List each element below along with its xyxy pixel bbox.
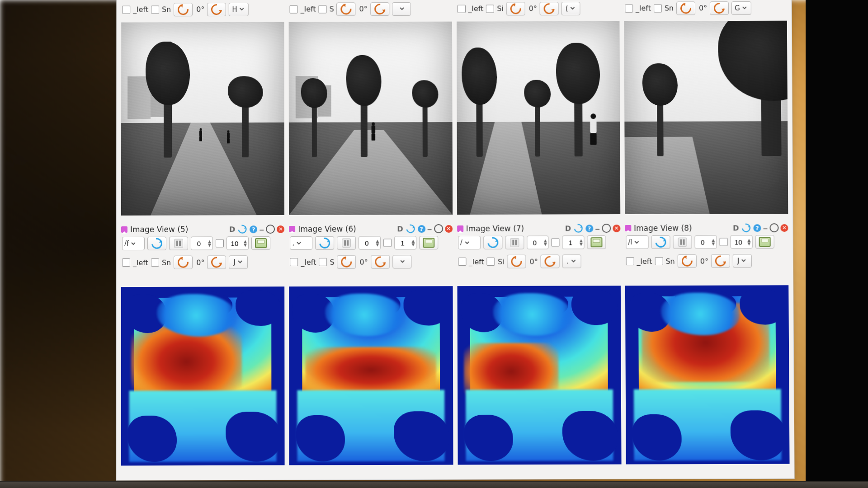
upper-3-smooth-checkbox[interactable] xyxy=(486,5,494,13)
minimize-icon[interactable]: – xyxy=(595,223,600,234)
panel-8-spin-b-value[interactable] xyxy=(731,238,746,246)
panel-8-save-button[interactable] xyxy=(755,235,774,249)
minimize-icon[interactable]: – xyxy=(763,222,768,234)
panel-8-rotate-ccw-button[interactable] xyxy=(678,254,697,268)
reload-icon[interactable] xyxy=(572,222,585,235)
minimize-icon[interactable]: – xyxy=(427,223,432,235)
upper-2-smooth-checkbox[interactable] xyxy=(319,5,327,13)
panel-8-dyn-checkbox[interactable] xyxy=(719,238,727,246)
upper-3-left-checkbox[interactable] xyxy=(457,5,465,13)
panel-6-spin-a-value[interactable] xyxy=(359,239,374,247)
panel-6-topic-select[interactable]: , xyxy=(290,236,312,250)
panel-7-rotate-ccw-button[interactable] xyxy=(507,255,526,268)
upper-2-left-checkbox[interactable] xyxy=(290,5,298,13)
panel-7-spin-b-value[interactable] xyxy=(563,238,578,247)
panel-8-pause-button[interactable] xyxy=(673,235,692,249)
upper-4-mode-select[interactable]: G xyxy=(731,1,751,15)
upper-3-mode-select[interactable]: ( xyxy=(561,2,580,15)
panel-5-pause-button[interactable] xyxy=(169,237,188,250)
help-icon[interactable]: ? xyxy=(585,225,593,232)
panel-7-dyn-checkbox[interactable] xyxy=(552,238,560,246)
panel-7-spin-b[interactable]: ▲▼ xyxy=(562,235,585,249)
panel-8-refresh-button[interactable] xyxy=(651,235,670,249)
panel-7-spin-a[interactable]: ▲▼ xyxy=(527,235,549,249)
reload-icon[interactable] xyxy=(404,223,416,235)
upper-4-rotate-ccw-button[interactable] xyxy=(676,1,695,15)
panel-7-left-checkbox[interactable] xyxy=(458,258,466,266)
panel-5-spin-a-value[interactable] xyxy=(191,239,207,248)
close-icon[interactable]: ✕ xyxy=(445,225,453,233)
minimize-icon[interactable]: – xyxy=(259,224,264,235)
panel-5-refresh-button[interactable] xyxy=(147,237,166,250)
maximize-icon[interactable] xyxy=(602,224,611,233)
reload-icon[interactable] xyxy=(740,222,752,234)
panel-6-spin-b-value[interactable] xyxy=(395,239,410,247)
panel-6-mode-select[interactable] xyxy=(392,255,411,268)
panel-7-smooth-checkbox[interactable] xyxy=(487,258,495,266)
upper-2-rotate-cw-button[interactable] xyxy=(370,2,389,16)
panel-8-left-checkbox[interactable] xyxy=(626,257,634,265)
maximize-icon[interactable] xyxy=(769,223,778,232)
upper-1-rotate-cw-button[interactable] xyxy=(207,3,226,16)
panel-7-save-button[interactable] xyxy=(587,235,606,249)
maximize-icon[interactable] xyxy=(266,225,275,234)
panel-5-spin-b-value[interactable] xyxy=(227,239,242,248)
panel-5-mode-select[interactable]: J xyxy=(229,255,248,269)
maximize-icon[interactable] xyxy=(434,224,443,233)
dock-icon[interactable]: D xyxy=(565,224,571,233)
help-icon[interactable]: ? xyxy=(250,225,257,233)
panel-8-spin-a-value[interactable] xyxy=(695,238,710,246)
panel-7-rotate-cw-button[interactable] xyxy=(541,254,560,268)
dock-icon[interactable]: D xyxy=(229,225,235,234)
panel-7-pause-button[interactable] xyxy=(505,236,524,249)
panel-5-dyn-checkbox[interactable] xyxy=(216,239,224,247)
panel-5-rotate-ccw-button[interactable] xyxy=(174,256,193,269)
help-icon[interactable]: ? xyxy=(753,224,761,232)
panel-5-spin-b[interactable]: ▲▼ xyxy=(226,236,249,250)
panel-5-save-button[interactable] xyxy=(251,236,270,250)
upper-4-left-checkbox[interactable] xyxy=(625,4,633,12)
panel-6-pause-button[interactable] xyxy=(337,236,356,250)
panel-5-rotate-cw-button[interactable] xyxy=(207,255,226,269)
panel-6-left-checkbox[interactable] xyxy=(290,258,298,266)
panel-8-topic-select[interactable]: /l xyxy=(626,235,648,249)
panel-5-spin-a[interactable]: ▲▼ xyxy=(191,236,213,250)
panel-6-dyn-checkbox[interactable] xyxy=(383,239,392,247)
panel-6-smooth-checkbox[interactable] xyxy=(319,258,327,266)
upper-2-mode-select[interactable] xyxy=(392,2,411,16)
panel-7-spin-a-value[interactable] xyxy=(527,238,542,247)
panel-5-smooth-checkbox[interactable] xyxy=(151,258,159,267)
panel-6-refresh-button[interactable] xyxy=(315,236,334,250)
panel-6-rotate-ccw-button[interactable] xyxy=(337,255,356,269)
upper-3-rotate-ccw-button[interactable] xyxy=(506,2,525,15)
panel-8-spin-b[interactable]: ▲▼ xyxy=(730,235,752,249)
panel-8-smooth-checkbox[interactable] xyxy=(655,257,663,265)
panel-7-topic-select[interactable]: / xyxy=(458,236,481,249)
dock-icon[interactable]: D xyxy=(733,224,739,232)
close-icon[interactable]: ✕ xyxy=(277,225,284,233)
panel-6-save-button[interactable] xyxy=(419,236,438,249)
panel-8-rotate-cw-button[interactable] xyxy=(711,254,730,267)
panel-6-spin-a[interactable]: ▲▼ xyxy=(359,236,381,249)
help-icon[interactable]: ? xyxy=(418,225,425,233)
panel-8-mode-select[interactable]: J xyxy=(733,254,752,267)
upper-1-left-checkbox[interactable] xyxy=(122,5,130,14)
upper-2-rotate-ccw-button[interactable] xyxy=(337,2,356,16)
close-icon[interactable]: ✕ xyxy=(613,225,620,232)
panel-6-spin-b[interactable]: ▲▼ xyxy=(394,236,416,249)
upper-4-rotate-cw-button[interactable] xyxy=(710,1,729,15)
close-icon[interactable]: ✕ xyxy=(780,224,788,232)
panel-6-rotate-cw-button[interactable] xyxy=(371,255,390,268)
upper-4-smooth-checkbox[interactable] xyxy=(654,4,662,12)
panel-5-left-checkbox[interactable] xyxy=(122,258,130,267)
dock-icon[interactable]: D xyxy=(397,225,403,233)
reload-icon[interactable] xyxy=(236,223,249,235)
panel-5-topic-select[interactable]: /f xyxy=(122,237,145,250)
panel-7-mode-select[interactable]: . xyxy=(562,254,581,268)
upper-1-smooth-checkbox[interactable] xyxy=(151,5,159,14)
panel-7-refresh-button[interactable] xyxy=(483,236,502,249)
upper-3-rotate-cw-button[interactable] xyxy=(540,2,559,15)
upper-1-mode-select[interactable]: H xyxy=(229,2,248,16)
panel-8-spin-a[interactable]: ▲▼ xyxy=(694,235,717,249)
upper-1-rotate-ccw-button[interactable] xyxy=(174,3,193,16)
